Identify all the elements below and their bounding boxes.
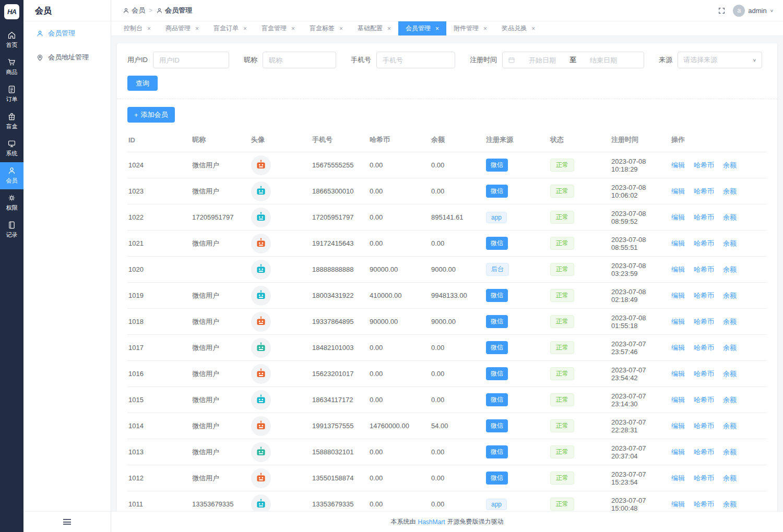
source-badge[interactable]: 后台 <box>486 263 509 276</box>
hashcoin-action[interactable]: 哈希币 <box>694 474 714 482</box>
edit-action[interactable]: 编辑 <box>671 396 685 404</box>
hashcoin-action[interactable]: 哈希币 <box>694 344 714 352</box>
breadcrumb-member[interactable]: 会员 <box>123 6 145 15</box>
tab-控制台[interactable]: 控制台× <box>116 21 158 35</box>
source-select[interactable]: 请选择来源 ∨ <box>678 52 762 68</box>
source-badge[interactable]: 微信 <box>486 367 508 380</box>
collapse-menu-icon[interactable] <box>63 519 71 525</box>
source-badge[interactable]: 微信 <box>486 237 508 250</box>
edit-action[interactable]: 编辑 <box>671 500 685 508</box>
tab-会员管理[interactable]: 会员管理× <box>398 21 446 35</box>
edit-action[interactable]: 编辑 <box>671 474 685 482</box>
tab-商品管理[interactable]: 商品管理× <box>158 21 206 35</box>
hashcoin-action[interactable]: 哈希币 <box>694 422 714 430</box>
edit-action[interactable]: 编辑 <box>671 370 685 378</box>
edit-action[interactable]: 编辑 <box>671 161 685 169</box>
sidebar-item-member-management[interactable]: 会员管理 <box>23 21 111 45</box>
phone-input[interactable] <box>376 52 455 68</box>
balance-action[interactable]: 余额 <box>723 318 737 325</box>
date-range-picker[interactable]: 至 <box>502 52 644 68</box>
hashcoin-action[interactable]: 哈希币 <box>694 187 714 195</box>
close-icon[interactable]: × <box>291 26 295 32</box>
balance-action[interactable]: 余额 <box>723 265 737 273</box>
source-badge[interactable]: 微信 <box>486 289 508 302</box>
balance-action[interactable]: 余额 <box>723 422 737 430</box>
balance-action[interactable]: 余额 <box>723 396 737 404</box>
edit-action[interactable]: 编辑 <box>671 213 685 221</box>
hashcoin-action[interactable]: 哈希币 <box>694 161 714 169</box>
rail-item-box[interactable]: 盲盒 <box>0 108 23 135</box>
sidebar-item-member-address[interactable]: 会员地址管理 <box>23 45 111 69</box>
hashcoin-action[interactable]: 哈希币 <box>694 213 714 221</box>
source-badge[interactable]: 微信 <box>486 471 508 485</box>
edit-action[interactable]: 编辑 <box>671 265 685 273</box>
balance-action[interactable]: 余额 <box>723 187 737 195</box>
tab-盲盒标签[interactable]: 盲盒标签× <box>302 21 350 35</box>
source-badge[interactable]: 微信 <box>486 419 508 432</box>
rail-item-cart[interactable]: 商品 <box>0 54 23 81</box>
close-icon[interactable]: × <box>195 26 199 32</box>
tab-盲盒管理[interactable]: 盲盒管理× <box>254 21 302 35</box>
hashcoin-action[interactable]: 哈希币 <box>694 500 714 508</box>
hashcoin-action[interactable]: 哈希币 <box>694 318 714 325</box>
add-member-button[interactable]: + 添加会员 <box>127 107 175 123</box>
close-icon[interactable]: × <box>147 26 151 32</box>
edit-action[interactable]: 编辑 <box>671 292 685 299</box>
user-id-input[interactable] <box>153 52 229 68</box>
close-icon[interactable]: × <box>339 26 343 32</box>
close-icon[interactable]: × <box>243 26 247 32</box>
close-icon[interactable]: × <box>483 26 487 32</box>
hashcoin-action[interactable]: 哈希币 <box>694 239 714 247</box>
start-date-input[interactable] <box>517 56 567 64</box>
source-badge[interactable]: 微信 <box>486 159 508 172</box>
edit-action[interactable]: 编辑 <box>671 187 685 195</box>
balance-action[interactable]: 余额 <box>723 213 737 221</box>
balance-action[interactable]: 余额 <box>723 344 737 352</box>
edit-action[interactable]: 编辑 <box>671 448 685 456</box>
edit-action[interactable]: 编辑 <box>671 422 685 430</box>
edit-action[interactable]: 编辑 <box>671 344 685 352</box>
fullscreen-icon[interactable] <box>718 7 726 15</box>
close-icon[interactable]: × <box>531 26 535 32</box>
balance-action[interactable]: 余额 <box>723 500 737 508</box>
end-date-input[interactable] <box>578 56 628 64</box>
hashcoin-action[interactable]: 哈希币 <box>694 370 714 378</box>
source-badge[interactable]: 微信 <box>486 341 508 354</box>
balance-action[interactable]: 余额 <box>723 448 737 456</box>
breadcrumb-member-management[interactable]: 会员管理 <box>156 6 192 15</box>
source-badge[interactable]: 微信 <box>486 315 508 328</box>
cell-nickname: 微信用户 <box>191 465 250 491</box>
hashcoin-action[interactable]: 哈希币 <box>694 448 714 456</box>
balance-action[interactable]: 余额 <box>723 239 737 247</box>
tab-附件管理[interactable]: 附件管理× <box>446 21 494 35</box>
source-badge[interactable]: 微信 <box>486 185 508 198</box>
close-icon[interactable]: × <box>387 26 391 32</box>
hashcoin-action[interactable]: 哈希币 <box>694 265 714 273</box>
close-icon[interactable]: × <box>435 26 439 32</box>
hashcoin-action[interactable]: 哈希币 <box>694 292 714 299</box>
source-badge[interactable]: app <box>486 212 507 223</box>
footer-link[interactable]: HashMart <box>418 518 445 526</box>
search-button[interactable]: 查询 <box>127 76 158 91</box>
edit-action[interactable]: 编辑 <box>671 239 685 247</box>
tab-盲盒订单[interactable]: 盲盒订单× <box>206 21 254 35</box>
source-badge[interactable]: app <box>486 499 507 510</box>
balance-action[interactable]: 余额 <box>723 161 737 169</box>
rail-item-member[interactable]: 会员 <box>0 162 23 189</box>
hashcoin-action[interactable]: 哈希币 <box>694 396 714 404</box>
balance-action[interactable]: 余额 <box>723 292 737 299</box>
balance-action[interactable]: 余额 <box>723 370 737 378</box>
rail-item-permission[interactable]: 权限 <box>0 189 23 216</box>
rail-item-system[interactable]: 系统 <box>0 135 23 162</box>
rail-item-record[interactable]: 记录 <box>0 216 23 244</box>
rail-item-order[interactable]: 订单 <box>0 81 23 108</box>
source-badge[interactable]: 微信 <box>486 393 508 406</box>
balance-action[interactable]: 余额 <box>723 474 737 482</box>
user-menu[interactable]: a admin ∨ <box>733 5 774 17</box>
tab-奖品兑换[interactable]: 奖品兑换× <box>494 21 542 35</box>
nickname-input[interactable] <box>263 52 336 68</box>
rail-item-home[interactable]: 首页 <box>0 27 23 54</box>
edit-action[interactable]: 编辑 <box>671 318 685 325</box>
source-badge[interactable]: 微信 <box>486 445 508 458</box>
tab-基础配置[interactable]: 基础配置× <box>350 21 398 35</box>
